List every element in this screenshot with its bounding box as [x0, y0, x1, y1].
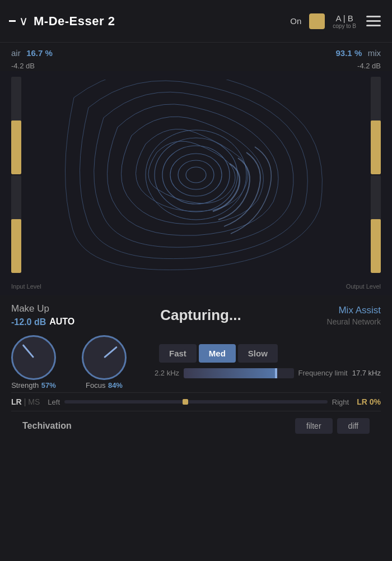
- footer: Techivation filter diff: [11, 411, 381, 441]
- speed-slow-button[interactable]: Slow: [238, 344, 278, 363]
- freq-slider-thumb: [275, 368, 277, 378]
- strength-knob[interactable]: [11, 335, 56, 380]
- footer-buttons: filter diff: [295, 418, 370, 434]
- lr-slider-section: Left Right: [48, 398, 349, 406]
- menu-button[interactable]: [364, 13, 383, 29]
- plugin-title: M-De-Esser 2: [34, 14, 290, 29]
- focus-indicator: [104, 346, 118, 359]
- makeup-value: -12.0 dB: [11, 317, 46, 327]
- strength-value: 57%: [41, 381, 56, 390]
- diff-button[interactable]: diff: [337, 418, 370, 434]
- speed-freq-section: Fast Med Slow 2.2 kHz Frequency limit 17…: [155, 344, 381, 382]
- mix-assist-section[interactable]: Mix Assist Neural Network: [327, 305, 381, 326]
- makeup-auto: AUTO: [49, 317, 74, 327]
- lr-button[interactable]: LR: [11, 397, 22, 406]
- db-left: -4.2 dB: [11, 62, 35, 70]
- input-level-label: Input Level: [11, 283, 41, 290]
- freq-limit-label: Frequency limit: [298, 369, 348, 377]
- air-value: 16.7 %: [26, 48, 53, 58]
- freq-slider[interactable]: [184, 368, 293, 378]
- focus-knob-section: Focus 84%: [82, 335, 127, 390]
- ab-sub: copy to B: [333, 23, 356, 29]
- on-button[interactable]: [309, 13, 325, 29]
- output-meter-fill-r: [371, 219, 381, 273]
- on-label: On: [290, 16, 301, 26]
- menu-line-2: [366, 20, 381, 22]
- menu-line-1: [366, 16, 381, 17]
- output-level-label: Output Level: [346, 283, 381, 290]
- freq-row: 2.2 kHz Frequency limit 17.7 kHz: [155, 368, 381, 382]
- bottom-section: Make Up -12.0 dB AUTO Capturing... Mix A…: [0, 295, 392, 441]
- output-meter-track-r: [371, 175, 381, 273]
- makeup-section: Make Up -12.0 dB AUTO: [11, 303, 74, 327]
- svg-point-4: [155, 138, 237, 212]
- svg-point-3: [162, 146, 230, 204]
- ab-section[interactable]: A | B copy to B: [333, 13, 356, 29]
- logo-dash-icon: [9, 20, 16, 22]
- strength-label: Strength: [11, 381, 39, 390]
- focus-label: Focus: [86, 381, 105, 390]
- lr-value: LR 0%: [357, 397, 381, 406]
- air-section: air 16.7 %: [11, 48, 53, 58]
- filter-button[interactable]: filter: [295, 418, 332, 434]
- left-label: Left: [48, 398, 60, 406]
- lr-ms-buttons: LR | MS: [11, 397, 40, 406]
- input-meter-track-r: [11, 175, 21, 273]
- lr-slider-thumb: [183, 399, 188, 405]
- speed-med-button[interactable]: Med: [199, 344, 236, 363]
- logo-wave-icon: ∨: [19, 14, 28, 29]
- lr-ms-row: LR | MS Left Right LR 0%: [11, 392, 381, 411]
- right-label: Right: [332, 398, 349, 406]
- strength-indicator: [22, 344, 35, 358]
- mix-value: 93.1 %: [336, 48, 362, 58]
- menu-line-3: [366, 25, 381, 26]
- logo-mark: ∨: [9, 14, 28, 29]
- speed-fast-button[interactable]: Fast: [159, 344, 197, 363]
- mix-section: 93.1 % mix: [336, 48, 381, 58]
- capturing-section: Capturing...: [160, 307, 241, 324]
- mix-assist-sub: Neural Network: [327, 317, 381, 326]
- visualizer-area: Input Level Output Level: [0, 71, 392, 295]
- plugin-header: ∨ M-De-Esser 2 On A | B copy to B: [0, 0, 392, 43]
- air-label: air: [11, 48, 21, 58]
- speed-freq-inner: Fast Med Slow 2.2 kHz Frequency limit 17…: [155, 344, 381, 382]
- svg-point-1: [178, 160, 214, 189]
- output-meter: [371, 77, 381, 273]
- output-meter-fill-l: [371, 120, 381, 174]
- waveform-display: [28, 77, 364, 273]
- svg-point-5: [146, 130, 246, 220]
- input-meter-fill-r: [11, 219, 21, 273]
- freq-low-label: 2.2 kHz: [155, 369, 179, 377]
- ab-label: A | B: [335, 13, 353, 23]
- capturing-text: Capturing...: [160, 303, 241, 327]
- freq-high-value: 17.7 kHz: [352, 369, 381, 377]
- input-meter: [11, 77, 21, 273]
- strength-label-row: Strength 57%: [11, 380, 56, 390]
- db-right: -4.2 dB: [357, 62, 381, 70]
- brand-label: Techivation: [22, 421, 72, 431]
- focus-label-row: Focus 84%: [86, 380, 123, 390]
- lr-slider[interactable]: [64, 400, 328, 404]
- ms-button[interactable]: MS: [28, 397, 40, 406]
- lr-ms-separator: |: [24, 397, 26, 406]
- focus-value: 84%: [108, 381, 123, 390]
- mix-assist-title: Mix Assist: [327, 305, 381, 316]
- air-mix-row: air 16.7 % 93.1 % mix: [0, 43, 392, 61]
- header-controls: On A | B copy to B: [290, 13, 383, 29]
- focus-knob[interactable]: [82, 335, 127, 380]
- makeup-title: Make Up: [11, 303, 74, 314]
- svg-point-0: [186, 167, 206, 183]
- controls-row: Strength 57% Focus 84% Fast: [11, 330, 381, 392]
- output-meter-track-l: [371, 77, 381, 174]
- input-meter-fill-l: [11, 120, 21, 174]
- knobs-section: Strength 57% Focus 84%: [11, 335, 143, 390]
- freq-slider-fill: [184, 368, 277, 378]
- mix-label: mix: [368, 48, 381, 58]
- input-meter-track-l: [11, 77, 21, 174]
- strength-knob-section: Strength 57%: [11, 335, 56, 390]
- db-row: -4.2 dB -4.2 dB: [0, 61, 392, 71]
- waveform-svg: [39, 80, 353, 270]
